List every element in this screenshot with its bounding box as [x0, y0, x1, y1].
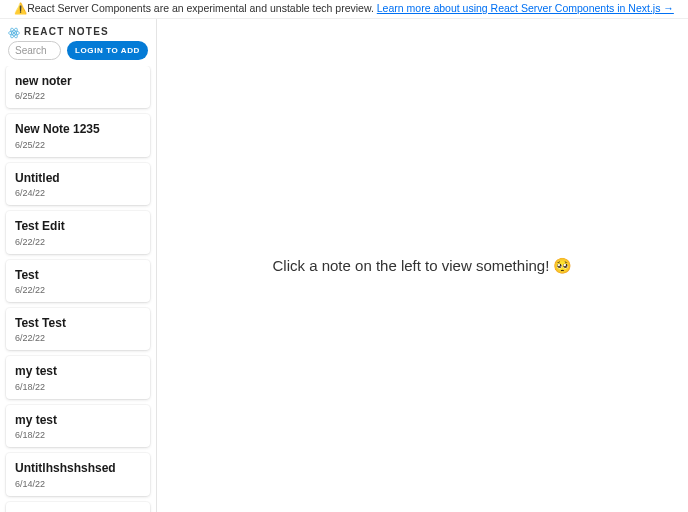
svg-point-3	[13, 32, 15, 34]
banner-text: React Server Components are an experimen…	[27, 2, 377, 14]
note-card[interactable]: Untitled6/24/22	[6, 163, 150, 205]
sidebar-controls: LOGIN TO ADD	[0, 41, 156, 66]
note-date: 6/18/22	[15, 430, 141, 440]
app-title: REACT NOTES	[24, 26, 109, 37]
note-title: my test	[15, 364, 141, 378]
note-title: Untitlhshshshsed	[15, 461, 141, 475]
warning-icon: ⚠️	[14, 2, 27, 14]
note-card[interactable]: Untitlhshshshsed6/14/22	[6, 453, 150, 495]
warning-banner: ⚠️React Server Components are an experim…	[0, 0, 688, 19]
note-card[interactable]: my test6/18/22	[6, 405, 150, 447]
sidebar: REACT NOTES LOGIN TO ADD new noter6/25/2…	[0, 19, 157, 512]
note-title: new noter	[15, 74, 141, 88]
note-card[interactable]: Test Edit6/22/22	[6, 211, 150, 253]
note-card[interactable]: New Note 12356/25/22	[6, 114, 150, 156]
note-list[interactable]: new noter6/25/22New Note 12356/25/22Unti…	[0, 66, 156, 512]
note-date: 6/24/22	[15, 188, 141, 198]
note-title: my test	[15, 413, 141, 427]
note-date: 6/25/22	[15, 140, 141, 150]
note-date: 6/14/22	[15, 479, 141, 489]
search-input[interactable]	[8, 41, 61, 60]
note-title: Untitled	[15, 171, 141, 185]
banner-learn-more-link[interactable]: Learn more about using React Server Comp…	[377, 2, 674, 14]
empty-state-message: Click a note on the left to view somethi…	[273, 257, 573, 275]
app-body: REACT NOTES LOGIN TO ADD new noter6/25/2…	[0, 19, 688, 512]
note-title: New Note 1235	[15, 122, 141, 136]
react-logo-icon	[8, 25, 20, 37]
sidebar-header: REACT NOTES	[0, 19, 156, 41]
note-date: 6/22/22	[15, 237, 141, 247]
note-card[interactable]: Test6/22/22	[6, 260, 150, 302]
note-card[interactable]: new noter6/25/22	[6, 66, 150, 108]
note-date: 6/22/22	[15, 285, 141, 295]
note-date: 6/18/22	[15, 382, 141, 392]
note-card[interactable]: Untitlhshshshsed6/14/22	[6, 502, 150, 512]
note-card[interactable]: my test6/18/22	[6, 356, 150, 398]
login-to-add-button[interactable]: LOGIN TO ADD	[67, 41, 148, 60]
note-title: Test Test	[15, 316, 141, 330]
note-date: 6/25/22	[15, 91, 141, 101]
note-title: Test	[15, 268, 141, 282]
note-card[interactable]: Test Test6/22/22	[6, 308, 150, 350]
note-title: Test Edit	[15, 219, 141, 233]
main-pane: Click a note on the left to view somethi…	[157, 19, 688, 512]
note-date: 6/22/22	[15, 333, 141, 343]
